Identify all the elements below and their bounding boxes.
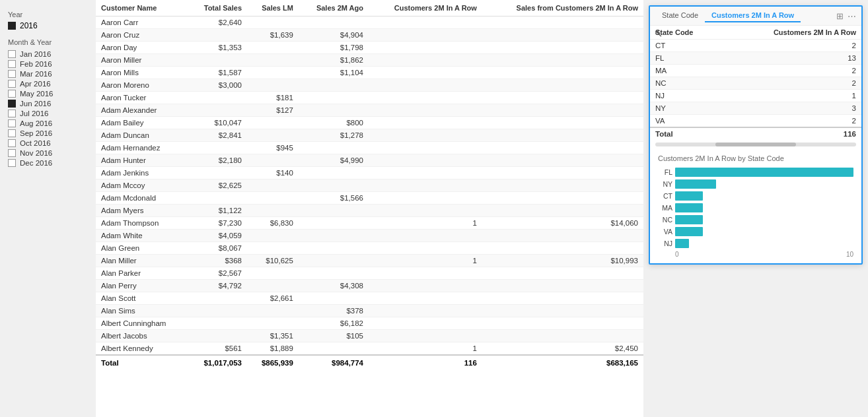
table-cell: $1,122 <box>188 205 247 217</box>
table-cell: $10,993 <box>482 255 643 267</box>
table-row[interactable]: Adam White$4,059 <box>96 230 643 242</box>
tab-state-code[interactable]: State Code <box>655 9 705 22</box>
table-row[interactable]: Alan Perry$4,792$4,308 <box>96 280 643 292</box>
month-label: Nov 2016 <box>20 149 52 157</box>
table-cell: Aaron Tucker <box>96 92 188 104</box>
table-cell: $3,000 <box>188 79 247 92</box>
tooltip-scrollbar[interactable] <box>655 143 856 146</box>
table-row[interactable]: Adam Jenkins$140 <box>96 167 643 179</box>
month-checkbox[interactable] <box>8 119 16 127</box>
expand-icon[interactable]: ⊞ <box>836 11 844 21</box>
table-row[interactable]: Albert Kennedy$561$1,8891$2,450 <box>96 342 643 356</box>
table-cell: $800 <box>299 117 369 129</box>
table-cell: $2,567 <box>188 267 247 280</box>
table-row[interactable]: Aaron Mills$1,587$1,104 <box>96 67 643 79</box>
table-row[interactable]: Adam Alexander$127 <box>96 104 643 117</box>
table-row[interactable]: Aaron Cruz$1,639$4,904 <box>96 29 643 42</box>
month-checkbox[interactable] <box>8 129 16 137</box>
table-cell <box>188 29 247 42</box>
table-cell <box>369 16 482 29</box>
table-row[interactable]: Adam Bailey$10,047$800 <box>96 117 643 129</box>
table-row[interactable]: Adam Duncan$2,841$1,278 <box>96 129 643 142</box>
table-row[interactable]: Aaron Day$1,353$1,798 <box>96 42 643 54</box>
table-cell <box>482 142 643 154</box>
tooltip-row: VA2 <box>650 115 861 128</box>
month-checkbox[interactable] <box>8 80 16 88</box>
tooltip-card: State Code Customers 2M In A Row ⊞ ⋯ ↖ S… <box>649 5 863 265</box>
table-row[interactable]: Aaron Tucker$181 <box>96 92 643 104</box>
month-item[interactable]: Mar 2016 <box>8 70 88 78</box>
month-label: Feb 2016 <box>20 60 52 68</box>
right-panel: State Code Customers 2M In A Row ⊞ ⋯ ↖ S… <box>643 0 868 417</box>
table-row[interactable]: Aaron Moreno$3,000 <box>96 79 643 92</box>
month-item[interactable]: Apr 2016 <box>8 80 88 88</box>
table-row[interactable]: Adam Myers$1,122 <box>96 205 643 217</box>
table-row[interactable]: Alan Parker$2,567 <box>96 267 643 280</box>
tooltip-state-cell: CT <box>650 40 723 52</box>
month-item[interactable]: Feb 2016 <box>8 60 88 68</box>
table-cell <box>299 242 369 255</box>
table-cell <box>482 192 643 205</box>
bar-track <box>675 215 853 224</box>
col-sales-from: Sales from Customers 2M In A Row <box>482 0 643 16</box>
table-row[interactable]: Albert Jacobs$1,351$105 <box>96 330 643 342</box>
table-row[interactable]: Alan Miller$368$10,6251$10,993 <box>96 255 643 267</box>
month-item[interactable]: Aug 2016 <box>8 119 88 127</box>
table-row[interactable]: Alan Sims$378 <box>96 305 643 317</box>
table-cell: $1,104 <box>299 67 369 79</box>
table-cell: Alan Parker <box>96 267 188 280</box>
month-item[interactable]: Jan 2016 <box>8 50 88 58</box>
month-checkbox[interactable] <box>8 100 16 108</box>
table-cell: $6,830 <box>247 217 299 230</box>
month-item[interactable]: May 2016 <box>8 90 88 98</box>
tab-customers-2m[interactable]: Customers 2M In A Row <box>705 9 801 22</box>
table-row[interactable]: Adam Mccoy$2,625 <box>96 179 643 192</box>
month-checkbox[interactable] <box>8 90 16 98</box>
table-row[interactable]: Adam Hunter$2,180$4,990 <box>96 154 643 167</box>
month-checkbox[interactable] <box>8 110 16 117</box>
month-item[interactable]: Jul 2016 <box>8 110 88 117</box>
table-container[interactable]: Customer Name Total Sales Sales LM Sales… <box>96 0 643 417</box>
table-row[interactable]: Adam Thompson$7,230$6,8301$14,060 <box>96 217 643 230</box>
table-cell <box>247 54 299 67</box>
tooltip-col-count: Customers 2M In A Row <box>723 26 861 40</box>
table-row[interactable]: Alan Green$8,067 <box>96 242 643 255</box>
table-cell: $1,798 <box>299 42 369 54</box>
month-item[interactable]: Jun 2016 <box>8 100 88 108</box>
month-checkbox[interactable] <box>8 60 16 68</box>
month-checkbox[interactable] <box>8 50 16 58</box>
year-2016-item[interactable]: 2016 <box>8 21 88 30</box>
month-label: Aug 2016 <box>20 119 52 127</box>
table-row[interactable]: Alan Scott$2,661 <box>96 292 643 305</box>
table-cell: $10,625 <box>247 255 299 267</box>
table-cell: Adam Hunter <box>96 154 188 167</box>
table-row[interactable]: Albert Cunningham$6,182 <box>96 317 643 330</box>
month-item[interactable]: Nov 2016 <box>8 149 88 157</box>
table-cell: Adam Jenkins <box>96 167 188 179</box>
month-checkbox[interactable] <box>8 159 16 167</box>
table-cell <box>188 167 247 179</box>
bar-fill <box>675 179 716 189</box>
table-cell <box>369 67 482 79</box>
table-row[interactable]: Adam Hernandez$945 <box>96 142 643 154</box>
month-checkbox[interactable] <box>8 139 16 147</box>
month-checkbox[interactable] <box>8 149 16 157</box>
table-cell <box>369 267 482 280</box>
table-cell <box>369 305 482 317</box>
table-cell: Adam Duncan <box>96 129 188 142</box>
table-row[interactable]: Aaron Carr$2,640 <box>96 16 643 29</box>
tooltip-count-cell: 2 <box>723 77 861 90</box>
month-item[interactable]: Sep 2016 <box>8 129 88 137</box>
year-2016-checkbox[interactable] <box>8 22 16 30</box>
month-item[interactable]: Oct 2016 <box>8 139 88 147</box>
table-row[interactable]: Aaron Miller$1,862 <box>96 54 643 67</box>
tooltip-table: State Code Customers 2M In A Row CT2FL13… <box>650 26 861 140</box>
table-cell <box>482 42 643 54</box>
bar-label: MA <box>658 204 672 212</box>
table-cell: Adam White <box>96 230 188 242</box>
month-checkbox[interactable] <box>8 70 16 78</box>
table-row[interactable]: Adam Mcdonald$1,566 <box>96 192 643 205</box>
month-item[interactable]: Dec 2016 <box>8 159 88 167</box>
table-cell <box>482 16 643 29</box>
more-icon[interactable]: ⋯ <box>848 11 856 21</box>
